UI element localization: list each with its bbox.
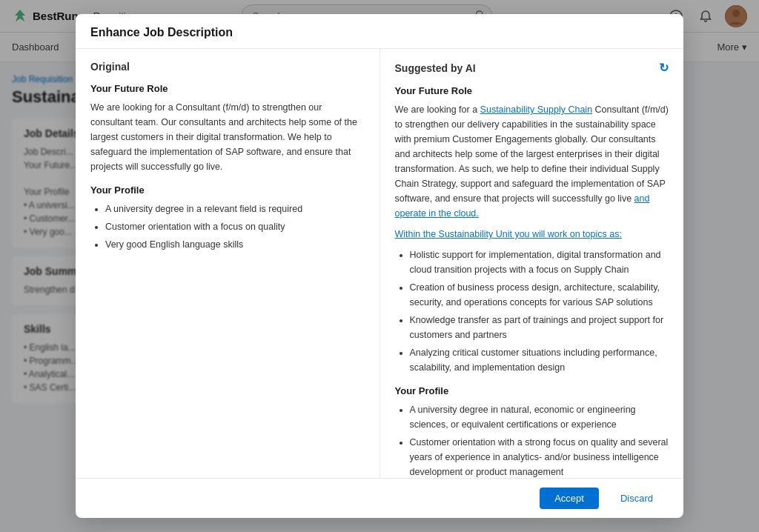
suggested-future-role-heading: Your Future Role <box>395 85 669 96</box>
original-future-role-heading: Your Future Role <box>90 83 365 94</box>
original-future-role-text: We are looking for a Consultant (f/m/d) … <box>90 100 365 174</box>
suggested-panel-header: Suggested by AI ↻ <box>395 61 669 75</box>
suggested-future-role-text: We are looking for a Sustainability Supp… <box>395 102 669 221</box>
list-item: A university degree in natural, economic… <box>410 402 669 432</box>
within-sustainability-text: Within the Sustainability Unit you will … <box>395 227 669 242</box>
modal-title: Enhance Job Description <box>90 26 233 39</box>
modal-footer: Accept Discard <box>76 478 683 518</box>
refresh-icon[interactable]: ↻ <box>659 61 669 75</box>
original-profile-list: A university degree in a relevant field … <box>90 202 365 252</box>
list-item: Holistic support for implementation, dig… <box>410 247 669 277</box>
list-item: Analyzing critical customer situations i… <box>410 345 669 375</box>
list-item: Very good English language skills <box>105 237 365 252</box>
enhance-job-description-modal: Enhance Job Description Original Your Fu… <box>76 14 683 518</box>
original-panel: Original Your Future Role We are looking… <box>76 49 380 478</box>
suggested-panel-title: Suggested by AI <box>395 62 476 74</box>
original-panel-header: Original <box>90 61 365 73</box>
accept-button[interactable]: Accept <box>540 488 599 509</box>
topics-list: Holistic support for implementation, dig… <box>395 247 669 375</box>
suggested-panel: Suggested by AI ↻ Your Future Role We ar… <box>380 49 684 478</box>
suggested-profile-list: A university degree in natural, economic… <box>395 402 669 478</box>
list-item: Knowledge transfer as part of trainings … <box>410 313 669 342</box>
highlighted-text-sustainability: Sustainability Supply Chain <box>480 104 592 115</box>
original-profile-heading: Your Profile <box>90 184 365 196</box>
discard-button[interactable]: Discard <box>605 488 669 509</box>
modal-body: Original Your Future Role We are looking… <box>76 49 683 478</box>
list-item: Creation of business process design, arc… <box>410 280 669 310</box>
modal-header: Enhance Job Description <box>76 14 683 49</box>
list-item: Customer orientation with a focus on qua… <box>105 219 365 234</box>
original-panel-title: Original <box>90 61 130 73</box>
modal-overlay: Enhance Job Description Original Your Fu… <box>0 0 759 532</box>
list-item: Customer orientation with a strong focus… <box>410 435 669 478</box>
suggested-profile-heading: Your Profile <box>395 385 669 396</box>
list-item: A university degree in a relevant field … <box>105 202 365 216</box>
